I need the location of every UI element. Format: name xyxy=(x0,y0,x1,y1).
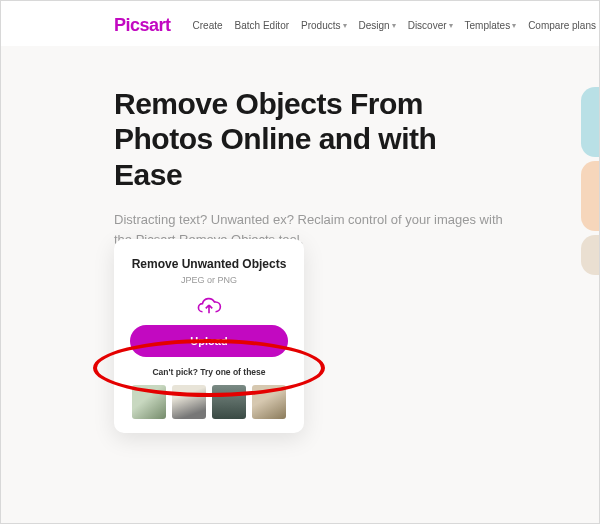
chevron-down-icon: ▾ xyxy=(343,21,347,30)
nav-discover[interactable]: Discover▾ xyxy=(408,20,453,31)
nav-batch-editor[interactable]: Batch Editor xyxy=(235,20,289,31)
nav-templates[interactable]: Templates▾ xyxy=(465,20,517,31)
try-one-text: Can't pick? Try one of these xyxy=(130,367,288,377)
decorative-shape xyxy=(581,87,600,157)
cloud-upload-icon xyxy=(196,295,222,317)
sample-thumb[interactable] xyxy=(132,385,166,419)
nav-compare-plans[interactable]: Compare plans xyxy=(528,20,596,31)
sample-thumb[interactable] xyxy=(252,385,286,419)
nav-label: Design xyxy=(359,20,390,31)
chevron-down-icon: ▾ xyxy=(449,21,453,30)
hero-title: Remove Objects From Photos Online and wi… xyxy=(114,86,494,192)
nav-label: Discover xyxy=(408,20,447,31)
card-title: Remove Unwanted Objects xyxy=(130,257,288,271)
sample-thumb[interactable] xyxy=(172,385,206,419)
sample-thumbs xyxy=(130,385,288,419)
header: Picsart Create Batch Editor Products▾ De… xyxy=(1,1,599,46)
decorative-shape xyxy=(581,161,600,231)
sample-thumb[interactable] xyxy=(212,385,246,419)
nav-design[interactable]: Design▾ xyxy=(359,20,396,31)
chevron-down-icon: ▾ xyxy=(512,21,516,30)
logo[interactable]: Picsart xyxy=(114,15,171,36)
nav-products[interactable]: Products▾ xyxy=(301,20,346,31)
nav-label: Create xyxy=(193,20,223,31)
upload-card: Remove Unwanted Objects JPEG or PNG Uplo… xyxy=(114,239,304,433)
chevron-down-icon: ▾ xyxy=(392,21,396,30)
upload-button[interactable]: Upload xyxy=(130,325,288,357)
decorative-shape xyxy=(581,235,600,275)
nav-label: Batch Editor xyxy=(235,20,289,31)
nav: Create Batch Editor Products▾ Design▾ Di… xyxy=(193,20,596,31)
nav-label: Compare plans xyxy=(528,20,596,31)
nav-create[interactable]: Create xyxy=(193,20,223,31)
card-hint: JPEG or PNG xyxy=(130,275,288,285)
nav-label: Templates xyxy=(465,20,511,31)
nav-label: Products xyxy=(301,20,340,31)
